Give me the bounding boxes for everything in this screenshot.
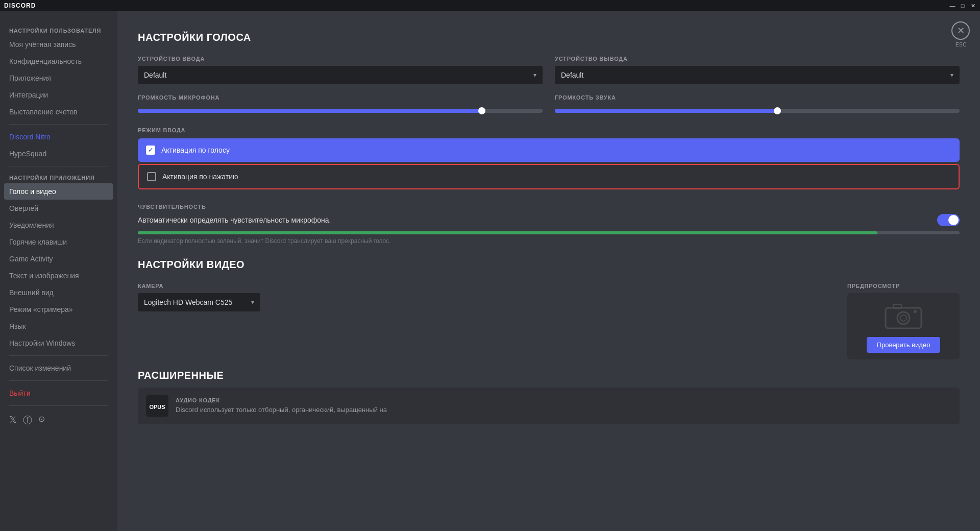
sidebar-item-keybinds[interactable]: Горячие клавиши [4,234,113,250]
sidebar-item-overlay[interactable]: Оверлей [4,200,113,216]
auto-sensitivity-toggle[interactable] [937,214,960,226]
voice-activation-option[interactable]: Активация по голосу [138,138,960,162]
instagram-icon[interactable]: ⊙ [38,414,45,426]
camera-icon [883,300,924,331]
input-device-select[interactable]: Default [138,66,543,84]
titlebar: DISCORD — □ ✕ [0,0,980,11]
auto-sensitivity-label: Автоматически определять чувствительност… [138,216,331,224]
sound-volume-fill [555,109,777,113]
video-camera-col: КАМЕРА Logitech HD Webcam C525 ▾ [138,283,835,311]
app-settings-label: НАСТРОЙКИ ПРИЛОЖЕНИЯ [4,171,113,183]
device-row: УСТРОЙСТВО ВВОДА Default ▾ УСТРОЙСТВО ВЫ… [138,56,960,84]
camera-select[interactable]: Logitech HD Webcam C525 [138,293,260,311]
svg-text:OPUS: OPUS [149,404,165,410]
codec-label: АУДИО КОДЕК [176,397,387,403]
camera-label: КАМЕРА [138,283,835,289]
sidebar-item-logout[interactable]: Выйти [4,385,113,401]
sidebar-item-nitro[interactable]: Discord Nitro [4,129,113,145]
voice-activation-label: Активация по голосу [161,146,230,154]
sensitivity-bar [138,231,960,234]
push-to-talk-label: Активация по нажатию [162,173,238,181]
sidebar-item-streamer[interactable]: Режим «стримера» [4,301,113,318]
input-mode-group: РЕЖИМ ВВОДА Активация по голосу Активаци… [138,127,960,189]
close-settings-button[interactable]: ✕ [951,21,970,40]
push-to-talk-checkbox[interactable] [147,172,156,181]
input-mode-label: РЕЖИМ ВВОДА [138,127,960,133]
sensitivity-bar-fill [138,231,877,234]
input-device-col: УСТРОЙСТВО ВВОДА Default ▾ [138,56,543,84]
preview-label: ПРЕДПРОСМОТР [847,283,960,289]
input-device-label: УСТРОЙСТВО ВВОДА [138,56,543,62]
esc-label: ESC [955,42,967,47]
sensitivity-section-label: ЧУВСТВИТЕЛЬНОСТЬ [138,204,960,210]
sidebar-item-language[interactable]: Язык [4,318,113,334]
sensitivity-group: ЧУВСТВИТЕЛЬНОСТЬ Автоматически определят… [138,204,960,245]
mic-volume-slider[interactable] [138,105,543,117]
toggle-knob [948,215,959,225]
video-row: КАМЕРА Logitech HD Webcam C525 ▾ ПРЕДПРО… [138,283,960,359]
auto-sensitivity-row: Автоматически определять чувствительност… [138,214,960,226]
sidebar-item-text-images[interactable]: Текст и изображения [4,268,113,284]
sidebar-item-appearance[interactable]: Внешний вид [4,284,113,301]
app-title: DISCORD [4,2,36,9]
output-device-label: УСТРОЙСТВО ВЫВОДА [555,56,960,62]
svg-point-1 [897,312,910,324]
input-device-select-wrapper: Default ▾ [138,66,543,84]
sidebar-item-apps[interactable]: Приложения [4,70,113,86]
divider-1 [9,124,108,125]
svg-point-4 [914,310,917,313]
sound-volume-track [555,109,960,113]
sidebar-item-changelog[interactable]: Список изменений [4,360,113,376]
divider-5 [9,405,108,406]
content-area: ✕ ESC НАСТРОЙКИ ГОЛОСА УСТРОЙСТВО ВВОДА … [117,11,980,531]
user-settings-label: НАСТРОЙКИ ПОЛЬЗОВАТЕЛЯ [4,23,113,36]
divider-4 [9,380,108,381]
voice-activation-checkbox[interactable] [146,146,155,155]
output-device-select-wrapper: Default ▾ [555,66,960,84]
sidebar-item-account[interactable]: Моя учётная запись [4,36,113,53]
sound-volume-slider[interactable] [555,105,960,117]
video-preview-box: Проверить видео [847,293,960,359]
mic-volume-track [138,109,543,113]
push-to-talk-option[interactable]: Активация по нажатию [138,164,960,189]
video-settings-title: НАСТРОЙКИ ВИДЕО [138,259,960,271]
sensitivity-hint: Если индикатор полностью зеленый, значит… [138,237,960,245]
sound-volume-label: ГРОМКОСТЬ ЗВУКА [555,94,960,101]
sound-volume-col: ГРОМКОСТЬ ЗВУКА [555,94,960,117]
mic-volume-thumb[interactable] [478,107,485,114]
sidebar-item-notifications[interactable]: Уведомления [4,217,113,233]
advanced-section: РАСШИРЕННЫЕ OPUS АУДИО КОДЕК Discord исп… [138,370,960,424]
minimize-button[interactable]: — [949,3,955,9]
mic-volume-fill [138,109,482,113]
facebook-icon[interactable]: ⓕ [23,414,32,426]
advanced-title: РАСШИРЕННЫЕ [138,370,960,381]
mic-volume-label: ГРОМКОСТЬ МИКРОФОНА [138,94,543,101]
twitter-icon[interactable]: 𝕏 [9,414,17,426]
video-preview-col: ПРЕДПРОСМОТР Проверить видео [847,283,960,359]
output-device-select[interactable]: Default [555,66,960,84]
camera-select-wrapper: Logitech HD Webcam C525 ▾ [138,293,260,311]
sidebar-item-privacy[interactable]: Конфиденциальность [4,53,113,69]
divider-2 [9,166,108,166]
sidebar-item-billing[interactable]: Выставление счетов [4,104,113,120]
volume-row: ГРОМКОСТЬ МИКРОФОНА ГРОМКОСТЬ ЗВУКА [138,94,960,117]
voice-settings-title: НАСТРОЙКИ ГОЛОСА [138,32,960,43]
window-controls: — □ ✕ [949,3,976,9]
social-links: 𝕏 ⓕ ⊙ [4,410,113,430]
opus-logo-icon: OPUS [146,395,168,417]
maximize-button[interactable]: □ [960,3,966,9]
window-close-button[interactable]: ✕ [970,3,976,9]
codec-description: Discord использует только отборный, орга… [176,405,387,415]
sidebar-item-voice[interactable]: Голос и видео [4,183,113,200]
output-device-col: УСТРОЙСТВО ВЫВОДА Default ▾ [555,56,960,84]
sidebar-item-game-activity[interactable]: Game Activity [4,251,113,267]
divider-3 [9,355,108,356]
sidebar-item-hypesquad[interactable]: HypeSquad [4,146,113,162]
check-video-button[interactable]: Проверить видео [867,337,941,353]
sidebar-item-windows[interactable]: Настройки Windows [4,335,113,351]
mic-volume-col: ГРОМКОСТЬ МИКРОФОНА [138,94,543,117]
sidebar: НАСТРОЙКИ ПОЛЬЗОВАТЕЛЯ Моя учётная запис… [0,11,117,531]
codec-row: OPUS АУДИО КОДЕК Discord использует толь… [138,388,960,424]
sound-volume-thumb[interactable] [774,107,781,114]
sidebar-item-integrations[interactable]: Интеграции [4,87,113,103]
